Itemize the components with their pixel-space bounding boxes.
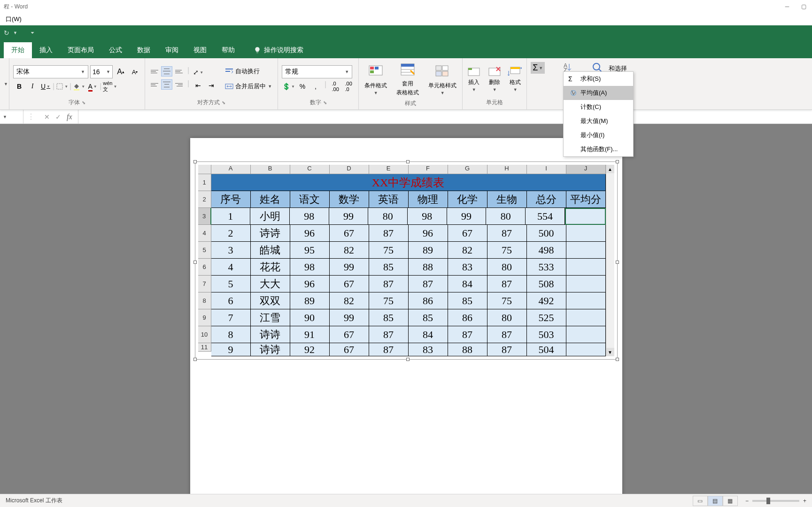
wrap-text-button[interactable]: 自动换行 — [223, 65, 274, 78]
decrease-decimal-button[interactable]: .00.0 — [342, 80, 355, 92]
alignment-launcher[interactable]: ⬊ — [222, 100, 225, 105]
read-mode-button[interactable]: ▭ — [693, 496, 708, 506]
decrease-font-button[interactable]: A▾ — [129, 66, 141, 78]
redo-button[interactable]: ↻ — [4, 29, 9, 37]
average-label: 平均值(A) — [580, 89, 607, 97]
sigma-icon: Σ — [533, 63, 538, 73]
align-center-button[interactable] — [161, 79, 172, 90]
zoom-slider[interactable] — [752, 500, 799, 502]
number-format-select[interactable]: 常规 ▼ — [282, 65, 352, 78]
average-option[interactable]: 平均值(A) — [564, 86, 633, 100]
delete-cell-button[interactable]: 删除 ▼ — [487, 66, 502, 92]
number-launcher[interactable]: ⬊ — [323, 100, 327, 105]
name-box[interactable]: ▼ — [0, 110, 23, 123]
delete-icon — [487, 66, 502, 77]
quick-access-toolbar: ↻ ▼ ⏷ — [0, 25, 812, 40]
orientation-button[interactable]: ⤢▼ — [192, 66, 204, 78]
svg-rect-3 — [225, 71, 230, 72]
align-top-button[interactable] — [149, 66, 160, 77]
tab-view[interactable]: 视图 — [186, 42, 214, 58]
resize-handle-ne[interactable] — [616, 160, 619, 163]
align-middle-button[interactable] — [161, 66, 172, 77]
paint-bucket-icon — [73, 83, 80, 90]
format-table-button[interactable]: 套用 表格格式 — [394, 60, 421, 99]
chevron-down-icon: ▼ — [81, 69, 85, 74]
resize-handle-e[interactable] — [616, 261, 619, 264]
resize-handle-nw[interactable] — [193, 160, 197, 163]
tell-me-search[interactable]: 操作说明搜索 — [246, 42, 311, 58]
align-left-button[interactable] — [149, 79, 160, 90]
increase-font-button[interactable]: A▴ — [115, 66, 127, 78]
percent-button[interactable]: % — [296, 80, 309, 92]
font-size-select[interactable]: 16 ▼ — [90, 65, 113, 78]
print-layout-button[interactable]: ▤ — [708, 496, 723, 506]
count-option[interactable]: 计数(C) — [564, 100, 633, 114]
autosum-button[interactable]: Σ ▼ — [531, 62, 545, 74]
font-launcher[interactable]: ⬊ — [82, 100, 85, 105]
tab-page-layout[interactable]: 页面布局 — [60, 42, 101, 58]
font-group: 宋体 ▼ 16 ▼ A▴ A▾ B I U▼ | — [9, 58, 145, 109]
tab-review[interactable]: 审阅 — [158, 42, 186, 58]
cursor-icon — [570, 90, 577, 96]
format-label: 格式 — [510, 78, 521, 86]
cell-styles-button[interactable]: 单元格样式 ▼ — [426, 62, 458, 97]
insert-cell-button[interactable]: 插入 ▼ — [466, 66, 481, 92]
statusbar-text: Microsoft Excel 工作表 — [6, 497, 62, 505]
paste-dropdown-icon[interactable]: ▼ — [4, 82, 8, 86]
increase-decimal-button[interactable]: .0.00 — [329, 80, 341, 92]
svg-rect-21 — [510, 67, 520, 69]
tab-data[interactable]: 数据 — [130, 42, 158, 58]
table-format-icon — [399, 62, 416, 79]
font-color-button[interactable]: A ▼ — [86, 80, 99, 92]
minimize-button[interactable]: ─ — [782, 2, 792, 11]
border-icon — [56, 83, 63, 90]
tab-home[interactable]: 开始 — [4, 42, 32, 58]
underline-button[interactable]: U▼ — [39, 80, 52, 92]
tab-help[interactable]: 帮助 — [214, 42, 242, 58]
min-option[interactable]: 最小值(I) — [564, 128, 633, 142]
qat-customize[interactable]: ⏷ — [31, 31, 35, 35]
formula-input[interactable] — [78, 110, 812, 123]
resize-handle-n[interactable] — [406, 160, 410, 163]
decrease-indent-button[interactable]: ⇤ — [192, 79, 204, 92]
italic-button[interactable]: I — [26, 80, 39, 92]
web-layout-button[interactable]: ▦ — [723, 496, 738, 506]
increase-indent-button[interactable]: ⇥ — [205, 79, 217, 92]
conditional-format-button[interactable]: 条件格式 ▼ — [363, 62, 389, 97]
sum-option[interactable]: Σ 求和(S) — [564, 72, 633, 86]
align-right-button[interactable] — [173, 79, 185, 90]
merge-center-button[interactable]: 合并后居中 ▼ — [223, 80, 274, 93]
comma-button[interactable]: , — [309, 80, 322, 92]
merge-label: 合并后居中 — [235, 82, 266, 91]
document-area[interactable]: ABCDEFGHIJ 1234567891011 XX中学成绩表序号姓名语文数学… — [0, 124, 812, 494]
excel-embedded-object[interactable]: ABCDEFGHIJ 1234567891011 XX中学成绩表序号姓名语文数学… — [195, 161, 618, 360]
accounting-button[interactable]: 💲▼ — [282, 80, 295, 92]
fx-icon[interactable]: fx — [67, 113, 72, 121]
number-format-value: 常规 — [285, 68, 298, 76]
redo-dropdown[interactable]: ▼ — [13, 31, 17, 35]
window-menu[interactable]: 口(W) — [4, 15, 23, 23]
tab-insert[interactable]: 插入 — [32, 42, 60, 58]
resize-handle-sw[interactable] — [193, 358, 197, 361]
tab-formulas[interactable]: 公式 — [101, 42, 130, 58]
zoom-in-button[interactable]: + — [803, 498, 806, 504]
resize-handle-s[interactable] — [406, 358, 410, 361]
bold-button[interactable]: B — [13, 80, 25, 92]
accept-formula-button[interactable]: ✓ — [55, 113, 61, 121]
svg-point-24 — [593, 63, 600, 70]
cancel-formula-button[interactable]: ✕ — [44, 113, 50, 121]
font-name-select[interactable]: 宋体 ▼ — [13, 65, 88, 78]
resize-handle-w[interactable] — [193, 261, 197, 264]
align-bottom-button[interactable] — [173, 66, 185, 77]
border-button[interactable]: ▼ — [55, 80, 69, 92]
resize-handle-se[interactable] — [616, 358, 619, 361]
ribbon-tabs: 开始 插入 页面布局 公式 数据 审阅 视图 帮助 操作说明搜索 — [0, 40, 812, 58]
format-cell-button[interactable]: 格式 ▼ — [508, 66, 523, 92]
phonetic-button[interactable]: wén文▼ — [102, 80, 117, 92]
zoom-out-button[interactable]: − — [745, 498, 749, 504]
fill-color-button[interactable]: ▼ — [72, 80, 85, 92]
conditional-format-icon — [367, 64, 384, 81]
maximize-button[interactable]: ▢ — [799, 2, 808, 11]
other-functions-option[interactable]: 其他函数(F)... — [564, 142, 633, 156]
max-option[interactable]: 最大值(M) — [564, 114, 633, 128]
